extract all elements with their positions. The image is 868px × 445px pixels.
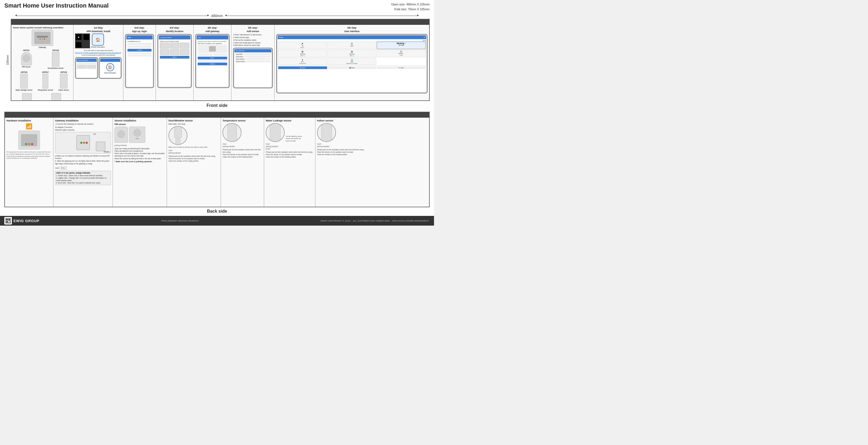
pir-label: PIR sensor (22, 66, 31, 68)
footer: EWIG GROUP PRELIMINARY DESIGN 20160519 E… (0, 216, 434, 226)
step6-screen: Home + Eng ✗ (278, 35, 426, 92)
modem-label: Modem (104, 151, 110, 153)
sensor-install-title: Sensor Installation (115, 119, 165, 122)
water-circle (266, 123, 285, 142)
ewig-logo-svg (5, 218, 11, 224)
pir-image (21, 52, 32, 65)
temp-sensor-item: GRP007 Temperature sensor (37, 71, 53, 91)
step6-section: 6th Step User interface Home + Eng (275, 25, 429, 100)
gw-inst-a: a.Make sure 1m distance between Gateway … (55, 155, 111, 160)
app-name: 2Home Automation (91, 46, 105, 48)
temp-label: Temperature sensor (37, 89, 53, 91)
modem-rect (96, 142, 105, 151)
status-temp: 🌡 25°C Living room (278, 58, 327, 65)
adaptor-image (22, 93, 32, 100)
voice-nav-btn[interactable]: 🎙 Voice (377, 66, 426, 69)
back-area: Hardware Installation 📶 (4, 112, 430, 207)
pir-subtitle: PIR sensor (115, 123, 165, 126)
back-panel: Hardware Installation 📶 (4, 112, 430, 207)
pir-install-text: Open the casing by detaching the back pl… (115, 147, 165, 160)
gw-install-section: Gateway Installation • Connect the Gatew… (54, 118, 113, 207)
water-pairing-label: pairing indicator (266, 145, 314, 147)
phone-screens: Home Automation (75, 57, 122, 79)
dark-header (11, 20, 429, 25)
door-image (52, 52, 59, 67)
gateway-label: Gateway (13, 46, 71, 48)
distance-label: 1m (93, 133, 96, 135)
status-no-open: ✗ No Open ○ (278, 41, 327, 49)
indoor-reset-label: reset (317, 143, 428, 145)
sensor-row-2: GRP006 Water leakage sensor GRP007 Tempe… (13, 71, 71, 91)
dimension-arrow-2 (226, 15, 418, 16)
door-pairing-label: pairing indicator (168, 152, 219, 154)
away-nav-btn[interactable]: 📱 Away (328, 66, 376, 69)
home-nav-btn[interactable]: 🏠 Home (278, 66, 327, 69)
step4-section: 4th step: Add gateway PRE Gateway has be… (194, 25, 231, 100)
temp-reset-label: reset (222, 143, 262, 145)
content-grid: Smart Home system include following esse… (11, 25, 429, 100)
gateway-item: Gateway (13, 30, 71, 48)
status-kitchen: 🏠 Kitchen - Leak (377, 50, 426, 57)
door-circle (168, 126, 187, 145)
step4-title: Add gateway (195, 30, 229, 33)
water-label: Water leakage sensor (16, 89, 32, 91)
step5-screen: ADD SENSOR Smart PIR Smart Door (235, 49, 272, 87)
step3-number: 3rd step: (157, 27, 192, 29)
water-install-section: Water Leakage sensor Tie the cable by ve… (264, 118, 315, 207)
no-leak-label: No Leak (377, 44, 425, 46)
sensor-install-section: Sensor Installation PIR sensor (113, 118, 167, 207)
svg-rect-4 (8, 221, 10, 222)
gw-device: ─ (76, 135, 90, 150)
temp-install-text: Please pull out the insulation sheet whe… (222, 148, 262, 158)
fcc-text: This equipment has been tested and found… (6, 151, 52, 160)
step5-number: 5th step: (233, 27, 273, 29)
indoor-install-text: Please pull out the insulation sheet whe… (317, 148, 428, 156)
temp-id: GRP007 (42, 71, 49, 73)
status-humidity: 💧 51% Bedroom humidity (328, 58, 376, 65)
connectors-labels: 5V Adapter Connector Ethernet cable conn… (55, 126, 111, 131)
qr-area: 🏠 2Home Automation (75, 33, 122, 48)
open-size: Open size: 490mm X 105mm (391, 2, 430, 7)
phone-screen-1: Home Automation (76, 59, 97, 77)
step3-screen: Location Details Select your location im… (159, 35, 190, 87)
main-body-label: Main body (168, 123, 177, 125)
step5-inst-text: 1.Press "add devices" to add sensor; 2.S… (233, 33, 273, 47)
footer-logo: EWIG GROUP (4, 217, 39, 225)
height-label: 105mm (6, 55, 9, 65)
water-sensor-item: GRP006 Water leakage sensor (16, 71, 32, 91)
indoor-device-img (321, 123, 332, 142)
connector1-label: 5V Adapter Connector (55, 126, 111, 129)
gw-diagram: ─ 1m Modem (55, 132, 111, 153)
water-id: GRP006 (21, 71, 27, 73)
door-sensor-title: Door/Window sensor (168, 119, 219, 122)
size-info: Open size: 490mm X 105mm Fold size: 70mm… (391, 2, 430, 11)
back-content-grid: Hardware Installation 📶 (5, 118, 429, 207)
svg-rect-1 (6, 219, 8, 220)
header: Smart Home User Instruction Manual Open … (0, 0, 434, 13)
status-open: ⊙ Open (328, 41, 376, 49)
water-install-text: Please pull out the insulation sheet whe… (266, 151, 314, 158)
temp-circle (222, 123, 242, 142)
temp-pairing-label: pairing indicator (222, 145, 262, 147)
reset-row: reset 3 2 1 (55, 166, 111, 170)
tie-text: Tie the cable by velcro, ensure the prob… (286, 135, 305, 142)
hw-device-image (19, 131, 40, 149)
step1-section: 1st Step APP download, install (73, 25, 123, 100)
dimension-line: 490mm (16, 14, 418, 18)
door-vice-img (176, 138, 180, 145)
step3-section: 3rd step: Identify location Location Det… (156, 25, 194, 100)
back-dark-header (5, 112, 429, 118)
door-label: Door/window sensor (48, 67, 64, 69)
temp-install-section: Temperature sensor reset pairing indicat… (221, 118, 264, 207)
page-title: Smart Home User Instruction Manual (4, 2, 108, 9)
door-id: GRP002 (52, 49, 59, 51)
step2-section: 2nd step: sign up, login ENG email@gmail… (123, 25, 156, 100)
step5-instructions: 1.Press "add devices" to add sensor; 2.S… (233, 33, 273, 47)
water-reset-label: reset (266, 143, 314, 145)
pir-img-closed (115, 127, 128, 143)
cable-image (51, 93, 61, 100)
pir-img-open: reset (129, 127, 145, 143)
front-label: Front side (0, 101, 434, 109)
door-diagram (168, 126, 219, 145)
accessories-row: 5V Adaptor Ethernet Cable (13, 93, 71, 100)
